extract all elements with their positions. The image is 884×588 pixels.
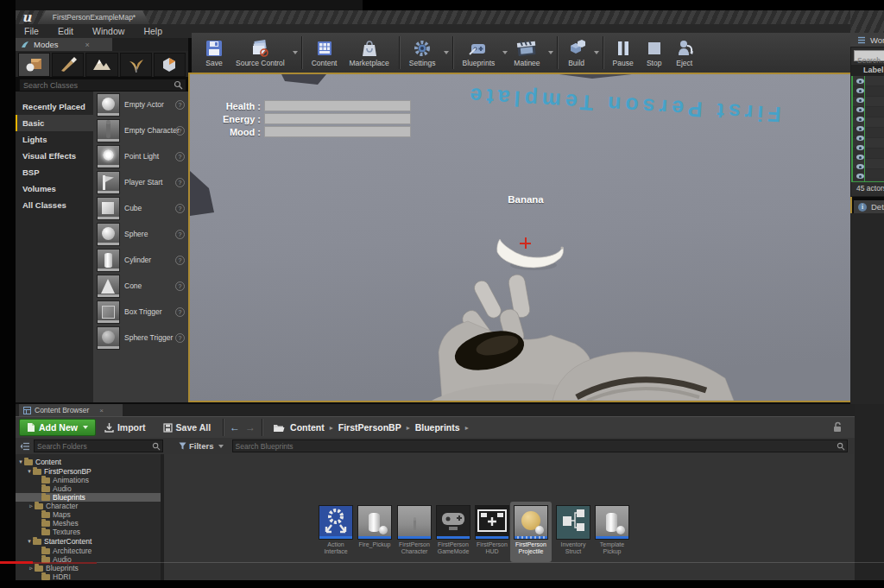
forward-arrow-button[interactable]: →: [243, 421, 258, 433]
actor-sphere-trigger[interactable]: Sphere Trigger: [93, 325, 188, 351]
tab-modes[interactable]: Modes ×: [16, 38, 112, 51]
asset-label[interactable]: FirstPersonHUD: [471, 541, 513, 555]
asset-label[interactable]: ActionInterface: [315, 541, 357, 555]
tree-item-architecture[interactable]: Architecture: [16, 547, 161, 555]
level-tab[interactable]: FirstPersonExampleMap*: [38, 10, 150, 25]
breadcrumb-blueprints[interactable]: Blueprints: [415, 422, 460, 433]
close-icon[interactable]: ×: [99, 407, 104, 414]
save-button[interactable]: Save: [199, 37, 230, 69]
landscape-mode-button[interactable]: [85, 53, 117, 77]
category-basic[interactable]: Basic: [16, 115, 93, 131]
tree-item-maps[interactable]: Maps: [16, 510, 161, 519]
menu-file[interactable]: File: [24, 26, 39, 36]
actor-point-light[interactable]: Point Light: [93, 143, 188, 169]
asset-thumb-firstperson-gamemode[interactable]: [436, 505, 470, 540]
category-bsp[interactable]: BSP: [16, 164, 93, 180]
import-button[interactable]: Import: [96, 420, 155, 435]
build-button[interactable]: Build: [561, 37, 599, 69]
asset-label-selected[interactable]: FirstPersonProjectile: [510, 541, 552, 555]
chevron-down-icon[interactable]: [548, 51, 553, 54]
eye-icon[interactable]: [856, 107, 864, 112]
back-arrow-button[interactable]: ←: [227, 421, 243, 433]
chevron-down-icon[interactable]: [594, 51, 599, 54]
asset-thumb-inventory-struct[interactable]: [556, 505, 590, 540]
asset-thumb-template-pickup[interactable]: [595, 505, 629, 540]
tree-item-content[interactable]: ▾Content: [16, 458, 161, 466]
blueprints-button[interactable]: Blueprints: [457, 37, 508, 69]
tree-item-blueprints-2[interactable]: ▹Blueprints: [16, 564, 161, 572]
paint-mode-button[interactable]: [52, 53, 84, 77]
tree-item-blueprints[interactable]: Blueprints: [16, 493, 161, 502]
eye-icon[interactable]: [856, 136, 864, 141]
menu-window[interactable]: Window: [92, 26, 124, 36]
tree-item-character[interactable]: ▹Character: [16, 502, 161, 510]
eye-icon[interactable]: [856, 155, 864, 160]
tree-item-startercontent[interactable]: ▾StarterContent: [16, 537, 161, 546]
search-assets-input[interactable]: [233, 442, 837, 451]
actor-empty-character[interactable]: Empty Character: [93, 117, 188, 143]
asset-thumb-firstperson-character[interactable]: [397, 505, 432, 540]
pause-button[interactable]: Pause: [607, 37, 640, 69]
eject-button[interactable]: Eject: [669, 37, 700, 69]
category-all-classes[interactable]: All Classes: [16, 197, 93, 213]
asset-thumb-firstperson-hud[interactable]: [475, 505, 509, 540]
asset-label[interactable]: FirstPersonGameMode: [433, 541, 474, 555]
menu-help[interactable]: Help: [143, 26, 162, 36]
settings-button[interactable]: Settings: [403, 37, 449, 69]
game-viewport[interactable]: First Person Template Health : Energy : …: [188, 73, 852, 402]
asset-thumb-fire-pickup[interactable]: [357, 505, 392, 540]
tree-item-textures[interactable]: Textures: [16, 528, 161, 536]
tree-item-audio[interactable]: Audio: [16, 484, 161, 493]
close-icon[interactable]: ×: [85, 41, 90, 49]
tree-item-animations[interactable]: Animations: [16, 476, 161, 484]
sources-panel-icon[interactable]: [20, 442, 30, 451]
actor-sphere[interactable]: Sphere: [93, 221, 188, 247]
eye-icon[interactable]: [856, 79, 864, 84]
asset-thumb-firstperson-projectile[interactable]: [514, 505, 548, 540]
eye-icon[interactable]: [856, 88, 864, 93]
category-volumes[interactable]: Volumes: [16, 180, 93, 197]
eye-icon[interactable]: [856, 126, 864, 131]
category-visual-effects[interactable]: Visual Effects: [16, 148, 93, 164]
marketplace-button[interactable]: Marketplace: [343, 37, 395, 69]
add-new-button[interactable]: Add New: [19, 419, 96, 436]
actor-empty-actor[interactable]: Empty Actor: [93, 92, 188, 117]
geometry-mode-button[interactable]: [154, 53, 186, 77]
actor-cube[interactable]: Cube: [93, 195, 188, 221]
eye-icon[interactable]: [856, 145, 864, 150]
chevron-down-icon[interactable]: [444, 51, 449, 54]
foliage-mode-button[interactable]: [120, 53, 152, 77]
asset-thumb-action-interface[interactable]: [319, 505, 353, 540]
eye-icon[interactable]: [856, 117, 864, 122]
category-lights[interactable]: Lights: [16, 131, 93, 148]
source-control-button[interactable]: Source Control: [230, 37, 298, 69]
stop-button[interactable]: Stop: [640, 37, 669, 69]
asset-label[interactable]: Fire_Pickup: [354, 541, 395, 548]
outliner-label-column-header[interactable]: Label: [851, 65, 884, 76]
lock-icon[interactable]: [832, 421, 843, 433]
tab-details[interactable]: i Details: [854, 200, 884, 213]
tab-content-browser[interactable]: Content Browser ×: [19, 404, 123, 416]
chevron-down-icon[interactable]: [293, 51, 298, 54]
asset-label[interactable]: InventoryStruct: [552, 541, 594, 555]
actor-box-trigger[interactable]: Box Trigger: [93, 299, 188, 325]
search-classes-input[interactable]: [20, 81, 174, 90]
actor-player-start[interactable]: Player Start: [93, 169, 188, 195]
matinee-button[interactable]: Matinee: [508, 37, 552, 69]
breadcrumb-firstpersonbp[interactable]: FirstPersonBP: [338, 422, 401, 433]
eye-icon[interactable]: [856, 174, 864, 179]
asset-label[interactable]: FirstPersonCharacter: [394, 541, 435, 555]
eye-icon[interactable]: [856, 164, 864, 169]
tree-item-meshes[interactable]: Meshes: [16, 519, 161, 528]
breadcrumb-content[interactable]: Content: [290, 422, 325, 433]
actor-cone[interactable]: Cone: [93, 273, 188, 299]
outliner-search-input[interactable]: [855, 56, 884, 65]
save-all-button[interactable]: Save All: [155, 420, 219, 435]
place-mode-button[interactable]: [18, 53, 50, 77]
category-recently-placed[interactable]: Recently Placed: [16, 98, 93, 115]
actor-cylinder[interactable]: Cylinder: [93, 247, 188, 273]
content-button[interactable]: Content: [306, 37, 344, 69]
menu-edit[interactable]: Edit: [58, 26, 73, 36]
asset-label[interactable]: TemplatePickup: [591, 541, 633, 555]
filters-button[interactable]: Filters: [175, 441, 227, 451]
